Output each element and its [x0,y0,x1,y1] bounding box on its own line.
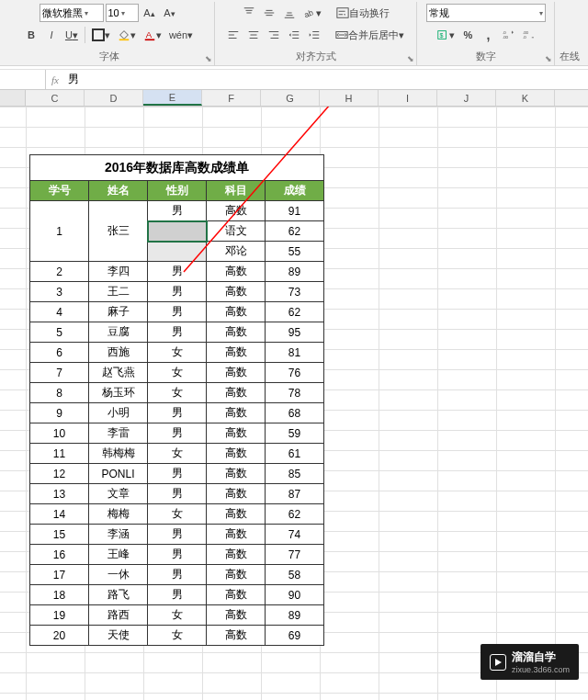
alignment-dialog-launcher-icon[interactable]: ⬊ [407,54,414,63]
col-header[interactable]: D [85,90,143,106]
cell[interactable]: 西施 [89,343,148,363]
cell[interactable]: 女 [148,626,207,646]
col-name[interactable]: 姓名 [89,181,148,201]
align-top-button[interactable] [240,4,258,22]
cell[interactable]: 68 [266,403,324,423]
decrease-font-button[interactable]: A▾ [161,4,179,22]
cell[interactable]: 高数 [207,464,266,484]
cell[interactable]: 59 [266,423,324,444]
cell[interactable]: PONLI [89,464,148,484]
cell[interactable]: 路西 [89,605,148,626]
cell[interactable]: 73 [266,282,324,302]
align-left-button[interactable] [224,26,243,44]
cell[interactable]: 69 [266,626,324,646]
cell[interactable]: 62 [266,221,324,242]
cell[interactable]: 90 [266,585,324,605]
cell[interactable]: 16 [30,545,89,565]
italic-button[interactable]: I [42,26,61,44]
cell[interactable]: 女 [148,605,207,626]
cell[interactable]: 男 [148,282,207,302]
cell[interactable]: 10 [30,423,89,444]
cell[interactable]: 梅梅 [89,504,148,525]
cell[interactable]: 女 [148,444,207,464]
cell[interactable]: 18 [30,585,89,605]
font-color-button[interactable]: A▾ [141,26,164,44]
table-title[interactable]: 2016年数据库高数成绩单 [30,155,324,181]
cell[interactable]: 麻子 [89,302,148,322]
cell[interactable]: 高数 [207,302,266,322]
col-score[interactable]: 成绩 [266,181,324,201]
col-header[interactable]: F [202,90,261,106]
cell[interactable]: 85 [266,464,324,484]
col-header[interactable]: J [437,90,496,106]
increase-font-button[interactable]: A▴ [141,4,159,22]
merge-center-button[interactable]: 合并后居中▾ [333,26,407,44]
cell[interactable]: 男 [148,423,207,444]
cell[interactable]: 15 [30,525,89,545]
decrease-decimal-button[interactable]: .00.0 [520,26,538,44]
cell[interactable]: 杨玉环 [89,383,148,403]
fill-color-button[interactable]: ▾ [115,26,139,44]
cell[interactable]: 女 [148,383,207,403]
border-button[interactable]: ▾ [89,26,113,44]
cell[interactable]: 74 [266,525,324,545]
cell[interactable]: 男 [148,525,207,545]
cell[interactable]: 76 [266,363,324,383]
cell[interactable]: 一休 [89,565,148,585]
col-id[interactable]: 学号 [30,181,89,201]
font-family-combo[interactable]: 微软雅黑▾ [40,4,104,22]
cell[interactable]: 张三 [89,201,148,262]
col-subject[interactable]: 科目 [207,181,266,201]
cell[interactable]: 高数 [207,262,266,282]
col-header[interactable]: H [320,90,379,106]
cell[interactable]: 77 [266,545,324,565]
cell[interactable]: 55 [266,242,324,262]
cell[interactable]: 天使 [89,626,148,646]
wrap-text-button[interactable]: 自动换行 [334,4,392,22]
name-box[interactable] [0,70,46,89]
cell[interactable]: 王二 [89,282,148,302]
spreadsheet-grid[interactable]: 2016年数据库高数成绩单 学号 姓名 性别 科目 成绩 1 张三 男 高数 9… [0,107,588,700]
col-header[interactable]: C [26,90,85,106]
align-bottom-button[interactable] [280,4,299,22]
cell[interactable]: 高数 [207,423,266,444]
cell[interactable]: 女 [148,343,207,363]
cell[interactable]: 17 [30,565,89,585]
select-all-corner[interactable] [0,90,26,106]
cell[interactable]: 高数 [207,545,266,565]
cell[interactable] [148,242,207,262]
cell[interactable]: 小明 [89,403,148,423]
cell[interactable]: 女 [148,504,207,525]
cell[interactable]: 李雷 [89,423,148,444]
cell[interactable]: 李四 [89,262,148,282]
cell[interactable]: 男 [148,545,207,565]
cell[interactable]: 95 [266,322,324,343]
cell[interactable]: 男 [148,464,207,484]
phonetic-button[interactable]: wén▾ [166,26,196,44]
cell[interactable]: 5 [30,322,89,343]
font-dialog-launcher-icon[interactable]: ⬊ [205,54,212,63]
cell[interactable]: 20 [30,626,89,646]
col-header[interactable]: I [379,90,437,106]
cell[interactable]: 8 [30,383,89,403]
cell[interactable]: 高数 [207,525,266,545]
cell[interactable]: 58 [266,565,324,585]
cell[interactable]: 高数 [207,626,266,646]
col-header[interactable]: G [261,90,320,106]
cell[interactable]: 男 [148,484,207,504]
cell[interactable]: 高数 [207,565,266,585]
orientation-button[interactable]: ab▾ [300,4,324,22]
cell[interactable]: 9 [30,403,89,423]
cell[interactable]: 赵飞燕 [89,363,148,383]
selected-cell[interactable] [148,221,207,242]
accounting-format-button[interactable]: $▾ [434,26,458,44]
number-format-combo[interactable]: 常规▾ [426,4,546,22]
cell[interactable]: 王峰 [89,545,148,565]
align-right-button[interactable] [265,26,283,44]
cell[interactable]: 81 [266,343,324,363]
cell[interactable]: 语文 [207,221,266,242]
cell[interactable]: 89 [266,262,324,282]
cell[interactable]: 高数 [207,201,266,221]
comma-style-button[interactable]: , [480,26,498,44]
cell[interactable]: 6 [30,343,89,363]
